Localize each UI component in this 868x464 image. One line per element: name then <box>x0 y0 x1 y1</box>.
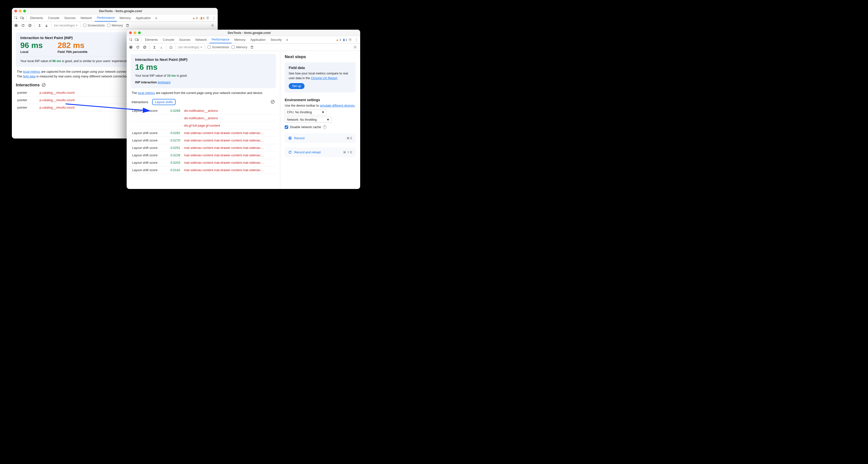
tab-network[interactable]: Network <box>79 14 94 22</box>
gc-icon[interactable] <box>250 45 254 50</box>
issues-badge[interactable]: ◨1 <box>199 16 205 20</box>
record-reload-action[interactable]: Record and reload ⌘ ⇧ E <box>285 147 356 157</box>
panel-settings-icon[interactable] <box>211 24 216 27</box>
ls-score: 0.0228 <box>169 151 183 159</box>
ls-score <box>169 122 183 129</box>
inp-keyboard-link[interactable]: keyboard <box>158 81 170 84</box>
tabs-overflow-icon[interactable]: » <box>284 38 290 41</box>
inspect-icon[interactable] <box>13 16 19 20</box>
inp-interaction-type: INP interaction keyboard <box>135 80 272 85</box>
upload-icon[interactable] <box>37 23 42 28</box>
layout-shifts-table: Layout shift score: 0.0269 div.notificat… <box>131 107 276 174</box>
table-row[interactable]: div.gf-full-page.gf-content <box>131 122 276 129</box>
panel-settings-icon[interactable] <box>353 45 358 49</box>
close-icon[interactable] <box>14 10 17 12</box>
perf-toolbar: (no recordings)▼ Screenshots Memory <box>127 43 360 51</box>
recordings-select[interactable]: (no recordings)▼ <box>178 45 203 49</box>
window-title: DevTools - fonts.google.com/ <box>141 31 358 35</box>
local-metrics-link[interactable]: local metrics <box>138 91 155 95</box>
tabs-overflow-icon[interactable]: » <box>154 16 159 20</box>
table-row[interactable]: Layout shift score: 0.0142 mat-sidenav-c… <box>131 166 276 174</box>
settings-icon[interactable] <box>206 16 211 20</box>
settings-icon[interactable] <box>348 38 353 41</box>
network-throttling-select[interactable]: Network: No throttling▼ <box>285 117 332 123</box>
tab-performance[interactable]: Performance <box>95 14 117 22</box>
kebab-icon[interactable]: ⋮ <box>211 16 216 20</box>
perf-toolbar: (no recordings)▼ Screenshots Memory <box>12 22 218 29</box>
table-row[interactable]: div.notification__actions <box>131 114 276 122</box>
zoom-icon[interactable] <box>23 10 26 12</box>
setup-button[interactable]: Set up <box>289 83 305 89</box>
device-toolbar-icon[interactable] <box>134 38 140 41</box>
table-row[interactable]: Layout shift score: 0.0203 mat-sidenav-c… <box>131 159 276 166</box>
recordings-select[interactable]: (no recordings)▼ <box>54 24 78 27</box>
subtab-interactions[interactable]: Interactions <box>132 99 148 105</box>
tab-sources[interactable]: Sources <box>62 14 78 22</box>
tab-security[interactable]: Security <box>269 36 284 43</box>
table-row[interactable]: Layout shift score: 0.0228 mat-sidenav-c… <box>131 151 276 159</box>
screenshots-checkbox[interactable]: Screenshots <box>83 24 105 27</box>
device-toolbar-icon[interactable] <box>19 16 25 20</box>
tab-sources[interactable]: Sources <box>177 36 193 43</box>
tab-network[interactable]: Network <box>193 36 209 43</box>
crux-link[interactable]: Chrome UX Report <box>311 76 337 80</box>
memory-checkbox[interactable]: Memory <box>107 24 123 27</box>
record-icon[interactable] <box>129 45 133 50</box>
field-data-card: Field data See how your local metrics co… <box>285 62 356 93</box>
memory-checkbox[interactable]: Memory <box>231 45 247 49</box>
record-icon[interactable] <box>14 23 18 28</box>
inspect-icon[interactable] <box>128 38 133 41</box>
home-icon[interactable] <box>169 45 173 50</box>
ls-label: Layout shift score: <box>131 144 169 151</box>
download-icon[interactable] <box>159 45 163 50</box>
upload-icon[interactable] <box>152 45 157 50</box>
clear-icon[interactable] <box>28 23 32 28</box>
record-shortcut: ⌘ E <box>346 136 352 140</box>
disable-cache-checkbox[interactable]: Disable network cache? <box>285 125 356 129</box>
gc-icon[interactable] <box>125 23 130 28</box>
info-badge[interactable]: ▮1 <box>342 38 348 41</box>
tab-elements[interactable]: Elements <box>143 36 160 43</box>
record-action[interactable]: Record ⌘ E <box>285 133 356 143</box>
svg-rect-11 <box>138 39 139 41</box>
subtab-layout-shifts[interactable]: Layout shifts <box>152 99 176 105</box>
warnings-badge[interactable]: ▲1 <box>335 38 342 41</box>
screenshots-checkbox[interactable]: Screenshots <box>208 45 229 49</box>
clear-layout-shifts-icon[interactable] <box>271 100 275 104</box>
tab-console[interactable]: Console <box>160 36 176 43</box>
tab-strip: Elements Console Sources Network Perform… <box>127 36 360 43</box>
clear-icon[interactable] <box>143 45 147 50</box>
ls-element: mat-sidenav-content.mat-drawer-content.m… <box>183 136 276 144</box>
table-row[interactable]: Layout shift score: 0.0282 mat-sidenav-c… <box>131 129 276 136</box>
tab-application[interactable]: Application <box>133 14 153 22</box>
window-title: DevTools - fonts.google.com/ <box>26 9 215 13</box>
reload-record-icon[interactable] <box>135 45 140 50</box>
table-row[interactable]: Layout shift score: 0.0251 mat-sidenav-c… <box>131 144 276 151</box>
download-icon[interactable] <box>44 23 49 28</box>
reload-record-icon[interactable] <box>21 23 25 28</box>
tab-elements[interactable]: Elements <box>28 14 45 22</box>
kebab-icon[interactable]: ⋮ <box>354 38 359 41</box>
table-row[interactable]: Layout shift score: 0.0270 mat-sidenav-c… <box>131 136 276 144</box>
tab-performance[interactable]: Performance <box>210 36 232 43</box>
tab-application[interactable]: Application <box>248 36 268 43</box>
field-data-link[interactable]: field data <box>23 75 36 78</box>
minimize-icon[interactable] <box>133 31 136 34</box>
ls-label: Layout shift score: <box>131 166 169 174</box>
minimize-icon[interactable] <box>19 10 22 12</box>
ls-score: 0.0282 <box>169 129 183 136</box>
svg-rect-1 <box>20 17 23 19</box>
warnings-badge[interactable]: ▲2 <box>192 17 198 20</box>
tab-memory[interactable]: Memory <box>117 14 133 22</box>
close-icon[interactable] <box>129 31 132 34</box>
cpu-throttling-select[interactable]: CPU: No throttling▼ <box>285 109 327 115</box>
simulate-devices-link[interactable]: simulate different devices <box>320 104 355 107</box>
ls-score: 0.0251 <box>169 144 183 151</box>
clear-interactions-icon[interactable] <box>41 83 46 87</box>
tab-console[interactable]: Console <box>46 14 62 22</box>
table-row[interactable]: Layout shift score: 0.0269 div.notificat… <box>131 107 276 115</box>
help-icon[interactable]: ? <box>323 125 327 129</box>
zoom-icon[interactable] <box>138 31 141 34</box>
tab-memory[interactable]: Memory <box>232 36 248 43</box>
local-metrics-link[interactable]: local metrics <box>23 70 40 73</box>
